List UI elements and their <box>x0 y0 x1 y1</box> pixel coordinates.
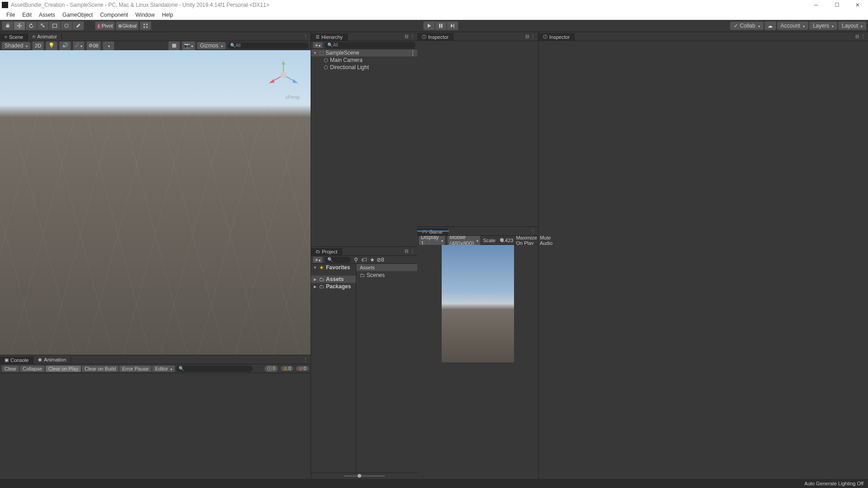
project-search-input[interactable]: 🔍 <box>325 257 351 263</box>
tab-scene[interactable]: ⌗Scene <box>0 33 28 41</box>
console-log-area[interactable] <box>0 373 311 479</box>
grid-toggle-button[interactable]: ▦ <box>168 41 180 50</box>
hierarchy-scene-row[interactable]: ▼ ⬚ SampleScene ⋮ <box>311 49 417 56</box>
tab-hierarchy[interactable]: ☰Hierarchy <box>311 33 348 41</box>
shading-mode-dropdown[interactable]: Shaded <box>2 42 30 49</box>
hierarchy-item[interactable]: ⬡ Directional Light <box>311 64 417 71</box>
console-clear-on-build-button[interactable]: Clear on Build <box>82 366 118 372</box>
layers-dropdown[interactable]: Layers <box>809 22 837 30</box>
error-icon: ⊘ <box>299 366 302 371</box>
scene-search-input[interactable]: 🔍 All <box>227 42 309 49</box>
console-info-count[interactable]: ⓘ0 <box>264 366 278 372</box>
game-view[interactable] <box>417 245 538 479</box>
tab-animator[interactable]: ⎋Animator <box>28 33 62 40</box>
camera-settings-button[interactable]: 📷 <box>182 41 195 50</box>
window-minimize-button[interactable]: ─ <box>806 0 826 10</box>
menu-component[interactable]: Component <box>96 11 132 19</box>
console-search-input[interactable]: 🔍 <box>176 366 253 372</box>
rect-tool-button[interactable] <box>49 21 61 30</box>
panel-menu-button[interactable]: ⋮ <box>303 357 308 362</box>
hidden-packages-button[interactable]: ⊘8 <box>377 257 383 263</box>
hierarchy-item[interactable]: ⬡ Main Camera <box>311 56 417 64</box>
snap-toggle-button[interactable] <box>140 21 151 30</box>
tab-console[interactable]: ▣Console <box>0 356 33 364</box>
transform-tool-button[interactable] <box>61 21 72 30</box>
create-dropdown[interactable]: + <box>313 42 323 48</box>
gizmos-dropdown[interactable]: Gizmos <box>197 42 226 49</box>
create-dropdown[interactable]: + <box>313 257 323 263</box>
tab-inspector[interactable]: ⓘInspector <box>538 32 575 41</box>
scale-label: Scale <box>483 238 495 243</box>
hand-tool-button[interactable] <box>2 21 14 30</box>
scale-tool-button[interactable] <box>37 21 49 30</box>
menu-gameobject[interactable]: GameObject <box>59 11 96 19</box>
fx-toggle-button[interactable]: ☄ <box>73 41 85 50</box>
lock-icon[interactable]: ⊟ <box>855 34 859 39</box>
panel-menu-button[interactable]: ⋮ <box>410 249 415 253</box>
window-close-button[interactable]: ✕ <box>847 0 868 10</box>
menu-file[interactable]: File <box>3 11 19 19</box>
projection-label[interactable]: ≤Persp <box>285 95 300 100</box>
step-button[interactable] <box>447 21 458 30</box>
scene-view[interactable]: y x z ≤Persp <box>0 50 311 355</box>
play-button[interactable] <box>423 21 435 30</box>
hierarchy-tree[interactable]: ▼ ⬚ SampleScene ⋮ ⬡ Main Camera ⬡ Direct… <box>311 49 417 246</box>
project-content-area[interactable]: Assets 🗀Scenes <box>356 264 417 473</box>
hierarchy-toolbar: + 🔍 All <box>311 41 417 49</box>
layout-dropdown[interactable]: Layout <box>838 22 866 30</box>
hierarchy-search-input[interactable]: 🔍 All <box>325 42 415 48</box>
menu-edit[interactable]: Edit <box>19 11 35 19</box>
panel-menu-button[interactable]: ⋮ <box>303 34 308 39</box>
filter-by-label-button[interactable]: 🏷 <box>361 257 367 263</box>
filter-by-type-button[interactable]: ⚲ <box>353 257 359 263</box>
expand-arrow-icon[interactable]: ▼ <box>313 51 317 55</box>
project-folder-item[interactable]: 🗀Scenes <box>356 271 417 279</box>
project-breadcrumb[interactable]: Assets <box>356 264 417 271</box>
panel-menu-button[interactable]: ⋮ <box>531 34 535 39</box>
menu-window[interactable]: Window <box>132 11 158 19</box>
console-warning-count[interactable]: ⚠0 <box>281 366 294 371</box>
global-toggle-button[interactable]: ⊕ Global <box>116 21 139 30</box>
maximize-on-play-toggle[interactable]: Maximize On Play <box>516 235 537 246</box>
panel-menu-button[interactable]: ⋮ <box>410 34 415 39</box>
tab-project[interactable]: 🗀Project <box>311 247 342 255</box>
console-error-count[interactable]: ⊘0 <box>296 366 309 371</box>
lock-icon[interactable]: ⊟ <box>525 34 529 39</box>
favorite-filter-button[interactable]: ★ <box>369 257 375 263</box>
console-editor-dropdown[interactable]: Editor <box>152 366 175 372</box>
hidden-objects-button[interactable]: ⊘0 8 <box>86 41 100 50</box>
project-favorites[interactable]: ▼★Favorites <box>311 264 356 271</box>
lock-icon[interactable]: ⊟ <box>405 34 408 39</box>
custom-tool-button[interactable] <box>72 21 84 30</box>
move-tool-button[interactable] <box>14 21 25 30</box>
scene-menu-button[interactable]: ⋮ <box>410 50 415 56</box>
scene-camera-button[interactable] <box>103 41 114 50</box>
pause-button[interactable] <box>435 21 447 30</box>
panel-menu-button[interactable]: ⋮ <box>531 229 535 234</box>
account-dropdown[interactable]: Account <box>777 22 808 30</box>
console-error-pause-button[interactable]: Error Pause <box>119 366 151 372</box>
project-tree[interactable]: ▼★Favorites ▶🗀Assets ▶🗀Packages <box>311 264 356 473</box>
project-assets-folder[interactable]: ▶🗀Assets <box>311 276 356 283</box>
menu-assets[interactable]: Assets <box>35 11 59 19</box>
tab-inspector[interactable]: ⓘInspector <box>417 32 453 41</box>
console-clear-on-play-button[interactable]: Clear on Play <box>46 366 81 372</box>
lighting-toggle-button[interactable]: 💡 <box>46 41 57 50</box>
orientation-gizmo[interactable]: y x z ≤Persp <box>265 59 302 100</box>
panel-menu-button[interactable]: ⋮ <box>861 34 865 39</box>
cloud-button[interactable]: ☁ <box>764 21 776 30</box>
audio-toggle-button[interactable]: 🔊 <box>59 41 71 50</box>
project-icon-size-slider[interactable] <box>311 473 417 479</box>
window-maximize-button[interactable]: ☐ <box>826 0 847 10</box>
console-collapse-button[interactable]: Collapse <box>20 366 45 372</box>
rotate-tool-button[interactable] <box>25 21 37 30</box>
menu-help[interactable]: Help <box>158 11 177 19</box>
lock-icon[interactable]: ⊟ <box>405 249 408 253</box>
lighting-status[interactable]: Auto Generate Lighting Off <box>804 481 863 486</box>
pivot-toggle-button[interactable]: ◧ Pivot <box>95 21 115 30</box>
console-clear-button[interactable]: Clear <box>2 366 19 372</box>
tab-animation[interactable]: ◉Animation <box>33 356 71 363</box>
collab-dropdown[interactable]: ✓Collab <box>730 22 764 30</box>
2d-toggle-button[interactable]: 2D <box>32 41 44 50</box>
project-packages-folder[interactable]: ▶🗀Packages <box>311 283 356 290</box>
